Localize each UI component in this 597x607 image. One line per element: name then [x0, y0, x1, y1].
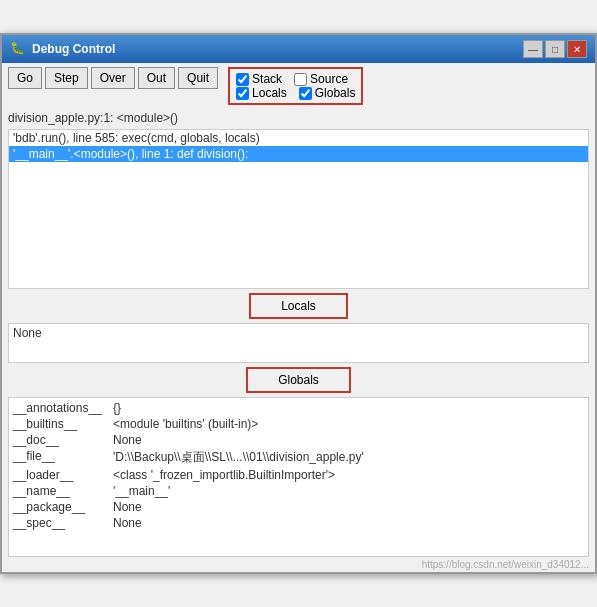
globals-key-0: __annotations__	[13, 401, 113, 415]
globals-value-0: {}	[113, 401, 584, 415]
debug-control-window: 🐛 Debug Control — □ ✕ Go Step Over Out Q…	[0, 33, 597, 574]
checkboxes-inner: Stack Source Locals Globals	[228, 67, 363, 105]
watermark-text: https://blog.csdn.net/weixin_d34012...	[422, 559, 589, 570]
globals-value-7: None	[113, 516, 584, 530]
globals-row-1: __builtins__ <module 'builtins' (built-i…	[13, 416, 584, 432]
checkbox-row-2: Locals Globals	[236, 86, 355, 100]
source-label: Source	[310, 72, 348, 86]
quit-button[interactable]: Quit	[178, 67, 218, 89]
window-icon: 🐛	[10, 41, 26, 57]
locals-label: Locals	[252, 86, 287, 100]
minimize-button[interactable]: —	[523, 40, 543, 58]
globals-row-0: __annotations__ {}	[13, 400, 584, 416]
globals-row-3: __file__ 'D:\\Backup\\桌面\\SL\\...\\01\\d…	[13, 448, 584, 467]
title-bar-left: 🐛 Debug Control	[10, 41, 115, 57]
globals-key-4: __loader__	[13, 468, 113, 482]
locals-content: None	[13, 326, 42, 340]
stack-checkbox[interactable]	[236, 73, 249, 86]
watermark: https://blog.csdn.net/weixin_d34012...	[2, 557, 595, 572]
globals-value-5: '__main__'	[113, 484, 584, 498]
title-bar: 🐛 Debug Control — □ ✕	[2, 35, 595, 63]
globals-value-3: 'D:\\Backup\\桌面\\SL\\...\\01\\division_a…	[113, 449, 584, 466]
globals-value-6: None	[113, 500, 584, 514]
globals-key-1: __builtins__	[13, 417, 113, 431]
globals-value-4: <class '_frozen_importlib.BuiltinImporte…	[113, 468, 584, 482]
globals-key-6: __package__	[13, 500, 113, 514]
step-button[interactable]: Step	[45, 67, 88, 89]
go-button[interactable]: Go	[8, 67, 42, 89]
title-controls: — □ ✕	[523, 40, 587, 58]
locals-checkbox[interactable]	[236, 87, 249, 100]
source-checkbox-group: Source	[294, 72, 348, 86]
toolbar: Go Step Over Out Quit Stack Source	[2, 63, 595, 109]
status-text: division_apple.py:1: <module>()	[8, 111, 178, 125]
globals-checkbox[interactable]	[299, 87, 312, 100]
window-title: Debug Control	[32, 42, 115, 56]
stack-line-0[interactable]: 'bdb'.run(), line 585: exec(cmd, globals…	[9, 130, 588, 146]
maximize-button[interactable]: □	[545, 40, 565, 58]
status-bar: division_apple.py:1: <module>()	[2, 109, 595, 129]
globals-key-2: __doc__	[13, 433, 113, 447]
out-button[interactable]: Out	[138, 67, 175, 89]
locals-checkbox-group: Locals	[236, 86, 287, 100]
globals-key-5: __name__	[13, 484, 113, 498]
globals-row-7: __spec__ None	[13, 515, 584, 531]
globals-row-5: __name__ '__main__'	[13, 483, 584, 499]
stack-checkbox-group: Stack	[236, 72, 282, 86]
stack-line-1[interactable]: '__main__'.<module>(), line 1: def divis…	[9, 146, 588, 162]
globals-row-4: __loader__ <class '_frozen_importlib.Bui…	[13, 467, 584, 483]
globals-checkbox-group: Globals	[299, 86, 356, 100]
checkbox-row-1: Stack Source	[236, 72, 355, 86]
globals-key-3: __file__	[13, 449, 113, 466]
stack-label: Stack	[252, 72, 282, 86]
stack-panel[interactable]: 'bdb'.run(), line 585: exec(cmd, globals…	[8, 129, 589, 289]
locals-panel-label: Locals	[249, 293, 348, 319]
globals-panel[interactable]: __annotations__ {} __builtins__ <module …	[8, 397, 589, 557]
over-button[interactable]: Over	[91, 67, 135, 89]
globals-key-7: __spec__	[13, 516, 113, 530]
globals-value-2: None	[113, 433, 584, 447]
globals-label: Globals	[315, 86, 356, 100]
globals-value-1: <module 'builtins' (built-in)>	[113, 417, 584, 431]
globals-panel-label: Globals	[246, 367, 351, 393]
globals-row-6: __package__ None	[13, 499, 584, 515]
globals-row-2: __doc__ None	[13, 432, 584, 448]
toolbar-buttons: Go Step Over Out Quit	[8, 67, 218, 89]
close-button[interactable]: ✕	[567, 40, 587, 58]
globals-label-section: Globals	[2, 363, 595, 397]
checkboxes-container: Stack Source Locals Globals	[228, 67, 363, 105]
locals-label-section: Locals	[2, 289, 595, 323]
source-checkbox[interactable]	[294, 73, 307, 86]
locals-panel[interactable]: None	[8, 323, 589, 363]
stack-panel-container: 'bdb'.run(), line 585: exec(cmd, globals…	[2, 129, 595, 289]
